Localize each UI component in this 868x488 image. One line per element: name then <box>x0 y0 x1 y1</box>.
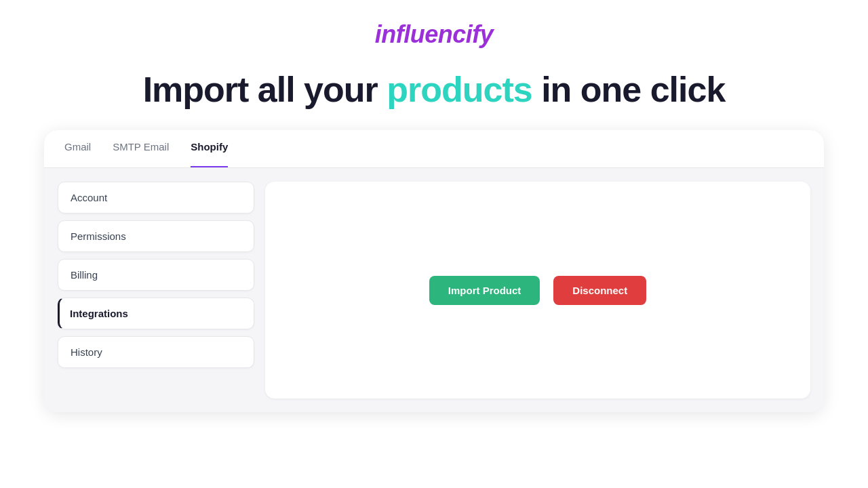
disconnect-button[interactable]: Disconnect <box>553 276 646 305</box>
import-product-button[interactable]: Import Product <box>429 276 540 305</box>
tab-smtp-email[interactable]: SMTP Email <box>113 130 169 167</box>
headline-highlight: products <box>387 70 532 109</box>
tabs-bar: Gmail SMTP Email Shopify <box>44 130 824 168</box>
sidebar-item-account[interactable]: Account <box>58 182 254 214</box>
sidebar-item-history[interactable]: History <box>58 336 254 368</box>
headline-suffix: in one click <box>532 70 726 109</box>
page-headline: Import all your products in one click <box>143 69 726 110</box>
tab-shopify[interactable]: Shopify <box>191 130 228 167</box>
logo-area: influencify <box>375 20 494 49</box>
tab-gmail[interactable]: Gmail <box>64 130 91 167</box>
sidebar: Account Permissions Billing Integrations… <box>58 182 254 399</box>
main-content-panel: Import Product Disconnect <box>265 182 810 399</box>
logo: influencify <box>375 20 494 48</box>
content-area: Account Permissions Billing Integrations… <box>44 168 824 412</box>
sidebar-item-billing[interactable]: Billing <box>58 259 254 291</box>
main-card: Gmail SMTP Email Shopify Account Permiss… <box>44 130 824 412</box>
sidebar-item-permissions[interactable]: Permissions <box>58 220 254 252</box>
sidebar-item-integrations[interactable]: Integrations <box>58 298 254 329</box>
headline-prefix: Import all your <box>143 70 387 109</box>
